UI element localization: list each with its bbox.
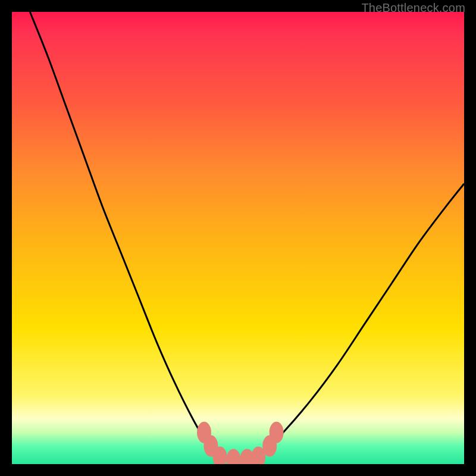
curve-left-branch bbox=[30, 12, 211, 450]
curve-right-branch bbox=[265, 184, 464, 450]
plot-area bbox=[12, 12, 464, 464]
marker-dot bbox=[270, 422, 284, 443]
marker-dot bbox=[226, 449, 240, 464]
chart-frame: TheBottleneck.com bbox=[0, 0, 476, 476]
chart-svg bbox=[12, 12, 464, 464]
v-curve bbox=[30, 12, 464, 461]
marker-group bbox=[197, 422, 284, 464]
